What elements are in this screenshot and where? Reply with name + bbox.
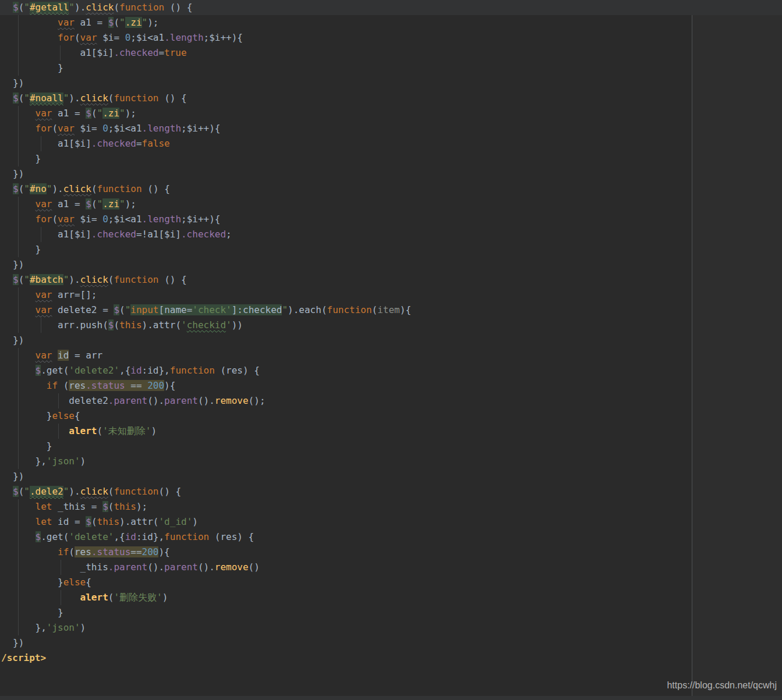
code-line[interactable]: _this.parent().parent().remove() <box>0 560 782 575</box>
code-line[interactable]: } <box>0 242 782 257</box>
code-line[interactable]: }) <box>0 635 782 651</box>
code-line[interactable]: a1[$i].checked=true <box>0 45 782 61</box>
code-token: $ <box>102 501 108 512</box>
code-line[interactable]: }else{ <box>0 408 782 424</box>
code-token: 0 <box>102 214 108 225</box>
code-token: " <box>63 486 69 497</box>
code-token: ) <box>151 425 157 436</box>
code-token: ). <box>75 2 86 13</box>
code-line[interactable]: },'json') <box>0 620 782 635</box>
code-line[interactable]: var id = arr <box>0 348 782 363</box>
code-line[interactable]: let id = $(this).attr('d_id') <box>0 514 782 530</box>
code-token: ( <box>91 108 97 119</box>
code-token: " <box>97 108 103 119</box>
code-token: arr.push( <box>13 319 108 331</box>
code-token: .length <box>164 32 203 43</box>
code-token: $ <box>86 516 91 527</box>
code-token: ( <box>108 592 114 603</box>
code-line[interactable]: arr.push($(this).attr('checkid')) <box>0 318 782 333</box>
code-editor[interactable]: $("#getall").click(function () { var a1 … <box>0 0 782 700</box>
code-token: :id}, <box>136 531 164 542</box>
code-token: $ <box>13 486 19 497</box>
code-token: ;$i++){ <box>181 214 220 225</box>
code-line[interactable]: delete2.parent().parent().remove(); <box>0 393 782 408</box>
code-token: 'json' <box>47 456 80 467</box>
code-line[interactable]: $("#no").click(function () { <box>0 182 782 197</box>
code-line[interactable]: $("#getall").click(function () { <box>0 0 782 15</box>
code-token: " <box>24 93 30 104</box>
code-token: a1[$i] <box>13 229 91 240</box>
code-line[interactable]: if(res.status==200){ <box>0 545 782 560</box>
code-line[interactable]: a1[$i].checked=!a1[$i].checked; <box>0 227 782 242</box>
code-token: } <box>13 410 52 421</box>
code-token: == <box>125 380 148 391</box>
code-line[interactable]: },'json') <box>0 454 782 469</box>
code-token: $i= <box>75 214 102 225</box>
code-token: } <box>13 62 63 73</box>
code-line[interactable]: }) <box>0 76 782 91</box>
code-token: " <box>24 183 30 194</box>
code-line[interactable]: alert('删除失败') <box>0 590 782 605</box>
code-line[interactable]: $.get('delete',{id:id},function (res) { <box>0 530 782 545</box>
code-line[interactable]: for(var $i= 0;$i<a1.length;$i++){ <box>0 30 782 45</box>
code-token: " <box>24 486 30 497</box>
code-token: ;$i<a1 <box>108 123 142 134</box>
code-token <box>13 304 36 315</box>
code-line[interactable]: var a1 = $(".zi"); <box>0 15 782 30</box>
code-line[interactable]: }) <box>0 333 782 348</box>
code-token: .length <box>142 123 181 134</box>
code-line[interactable]: for(var $i= 0;$i<a1.length;$i++){ <box>0 121 782 136</box>
code-line[interactable]: } <box>0 151 782 166</box>
code-token: ). <box>69 274 80 285</box>
watermark-url: https://blog.csdn.net/qcwhj <box>667 678 777 693</box>
code-line[interactable]: let _this = $(this); <box>0 499 782 514</box>
code-line[interactable]: var a1 = $(".zi"); <box>0 106 782 121</box>
code-line[interactable]: }) <box>0 166 782 182</box>
code-token: item <box>377 304 400 315</box>
code-line[interactable]: } <box>0 605 782 620</box>
code-token: var <box>36 108 52 119</box>
code-token: function <box>119 2 164 13</box>
code-token <box>52 350 58 361</box>
code-token: )) <box>232 319 243 331</box>
code-line[interactable]: var a1 = $(".zi"); <box>0 197 782 212</box>
code-token: (). <box>147 395 164 406</box>
code-line[interactable]: $(".dele2").click(function() { <box>0 484 782 499</box>
code-token: $ <box>13 183 19 194</box>
code-token: $ <box>36 365 41 376</box>
code-token: ( <box>19 93 24 104</box>
code-token: 'delete2' <box>69 365 119 376</box>
code-token: ( <box>91 198 97 209</box>
code-token: ) <box>192 516 198 527</box>
code-token <box>13 531 36 542</box>
code-token: " <box>125 304 131 315</box>
code-line[interactable]: var delete2 = $("input[name='check']:che… <box>0 303 782 318</box>
code-line[interactable]: a1[$i].checked=false <box>0 136 782 151</box>
code-token: a1 = <box>75 17 108 28</box>
code-token: var <box>36 198 52 209</box>
code-line[interactable]: }) <box>0 469 782 484</box>
code-line[interactable]: } <box>0 61 782 76</box>
code-line[interactable]: for(var $i= 0;$i<a1.length;$i++){ <box>0 212 782 227</box>
code-token: a1[$i] <box>13 138 91 149</box>
code-token: ( <box>108 486 114 497</box>
code-token: var <box>36 289 52 300</box>
code-token: (). <box>147 562 164 573</box>
code-line[interactable]: }else{ <box>0 575 782 590</box>
code-line[interactable]: alert('未知删除') <box>0 424 782 439</box>
code-line[interactable]: $.get('delete2',{id:id},function (res) { <box>0 363 782 378</box>
code-token: ]:checked <box>232 304 282 315</box>
code-line[interactable]: $("#noall").click(function () { <box>0 91 782 106</box>
code-token: false <box>142 138 170 149</box>
code-line[interactable]: }) <box>0 257 782 272</box>
code-token: $ <box>13 93 19 104</box>
code-line[interactable]: var arr=[]; <box>0 287 782 303</box>
code-token: " <box>97 198 103 209</box>
code-token: .parent <box>108 395 147 406</box>
code-line[interactable]: } <box>0 439 782 454</box>
code-token: ) <box>80 456 86 467</box>
code-line[interactable]: /script> <box>0 651 782 666</box>
code-line[interactable]: $("#batch").click(function () { <box>0 272 782 287</box>
code-token: delete2 = <box>52 304 114 315</box>
code-line[interactable]: if (res.status == 200){ <box>0 378 782 393</box>
